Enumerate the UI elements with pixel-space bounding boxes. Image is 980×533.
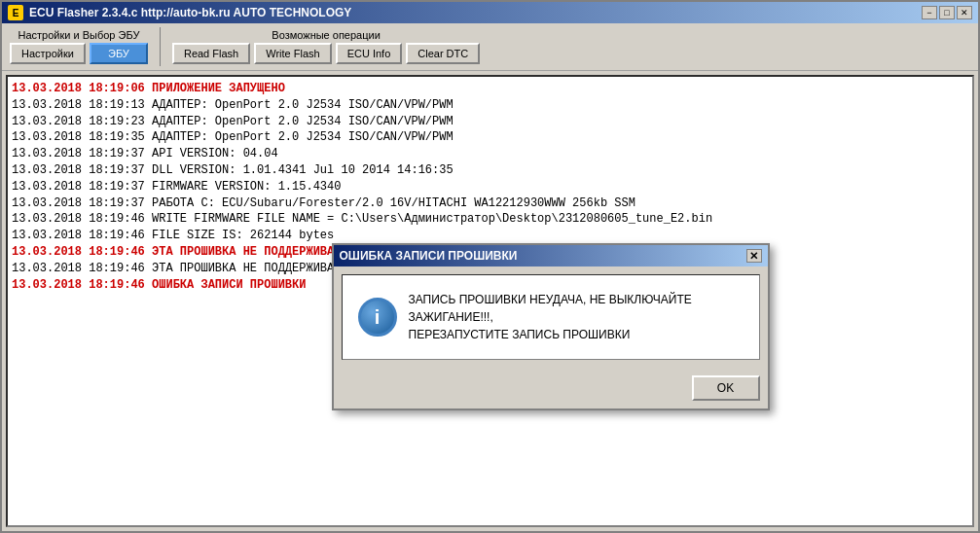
title-bar-text: E ECU Flasher 2.3.4.c http://auto-bk.ru … [8, 5, 351, 20]
log-line: 13.03.2018 18:19:06 ПРИЛОЖЕНИЕ ЗАПУЩЕНО [12, 81, 968, 97]
operations-section-label: Возможные операции [172, 29, 480, 41]
dialog-title-bar: ОШИБКА ЗАПИСИ ПРОШИВКИ ✕ [334, 245, 768, 266]
maximize-button[interactable]: □ [939, 6, 955, 19]
title-bar: E ECU Flasher 2.3.4.c http://auto-bk.ru … [2, 2, 978, 23]
toolbar: Настройки и Выбор ЭБУ Настройки ЭБУ Возм… [2, 23, 978, 71]
dialog-footer: OK [334, 368, 768, 409]
dialog-message-line2: ПЕРЕЗАПУСТИТЕ ЗАПИСЬ ПРОШИВКИ [409, 326, 744, 343]
write-flash-button[interactable]: Write Flash [254, 43, 331, 64]
ecu-info-button[interactable]: ECU Info [336, 43, 403, 64]
dialog-ok-button[interactable]: OK [692, 375, 760, 401]
settings-buttons: Настройки ЭБУ [10, 43, 148, 64]
log-line: 13.03.2018 18:19:46 FILE SIZE IS: 262144… [12, 228, 968, 244]
log-line: 13.03.2018 18:19:35 АДАПТЕР: OpenPort 2.… [12, 129, 968, 146]
close-button[interactable]: ✕ [957, 6, 972, 19]
window-title: ECU Flasher 2.3.4.c http://auto-bk.ru AU… [29, 6, 351, 19]
settings-section-label: Настройки и Выбор ЭБУ [10, 29, 148, 41]
dialog-message-line1: ЗАПИСЬ ПРОШИВКИ НЕУДАЧА, НЕ ВЫКЛЮЧАЙТЕ З… [409, 291, 744, 326]
clear-dtc-button[interactable]: Clear DTC [406, 43, 480, 64]
dialog-title: ОШИБКА ЗАПИСИ ПРОШИВКИ [340, 249, 518, 263]
settings-section: Настройки и Выбор ЭБУ Настройки ЭБУ [10, 29, 148, 64]
settings-button[interactable]: Настройки [10, 43, 86, 64]
dialog-icon-letter: i [375, 306, 381, 329]
app-icon: E [8, 5, 23, 20]
dialog-body: i ЗАПИСЬ ПРОШИВКИ НЕУДАЧА, НЕ ВЫКЛЮЧАЙТЕ… [342, 274, 760, 360]
log-line: 13.03.2018 18:19:46 WRITE FIRMWARE FILE … [12, 211, 968, 228]
operations-section: Возможные операции Read Flash Write Flas… [172, 29, 480, 64]
operations-buttons: Read Flash Write Flash ECU Info Clear DT… [172, 43, 480, 64]
read-flash-button[interactable]: Read Flash [172, 43, 250, 64]
log-line: 13.03.2018 18:19:23 АДАПТЕР: OpenPort 2.… [12, 114, 968, 130]
log-line: 13.03.2018 18:19:13 АДАПТЕР: OpenPort 2.… [12, 97, 968, 114]
dialog-icon: i [358, 298, 397, 337]
toolbar-separator [160, 27, 161, 66]
title-bar-controls: − □ ✕ [922, 6, 972, 19]
ecu-button[interactable]: ЭБУ [90, 43, 148, 64]
log-line: 13.03.2018 18:19:37 FIRMWARE VERSION: 1.… [12, 179, 968, 195]
log-line: 13.03.2018 18:19:37 API VERSION: 04.04 [12, 146, 968, 162]
minimize-button[interactable]: − [922, 6, 937, 19]
dialog-message: ЗАПИСЬ ПРОШИВКИ НЕУДАЧА, НЕ ВЫКЛЮЧАЙТЕ З… [409, 291, 744, 343]
log-line: 13.03.2018 18:19:37 РАБОТА С: ECU/Subaru… [12, 195, 968, 212]
dialog-close-button[interactable]: ✕ [746, 249, 762, 263]
main-window: E ECU Flasher 2.3.4.c http://auto-bk.ru … [0, 0, 980, 533]
log-line: 13.03.2018 18:19:37 DLL VERSION: 1.01.43… [12, 162, 968, 179]
error-dialog: ОШИБКА ЗАПИСИ ПРОШИВКИ ✕ i ЗАПИСЬ ПРОШИВ… [332, 243, 770, 410]
